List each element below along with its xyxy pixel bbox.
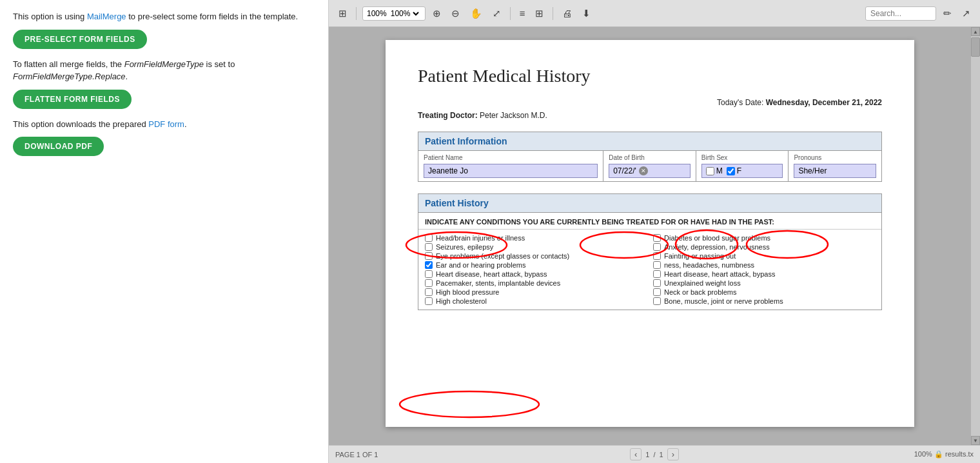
scroll-thumb[interactable] (971, 37, 980, 57)
condition-eye-checkbox[interactable] (425, 252, 433, 260)
sidebar-toggle-button[interactable]: ⊞ (335, 6, 350, 21)
patient-info-header: Patient Information (418, 132, 881, 151)
sex-f-checkbox[interactable] (727, 167, 735, 175)
condition-bone-label: Bone, muscle, joint or nerve problems (664, 297, 783, 305)
page-nav-bar: PAGE 1 OF 1 ‹ 1 / 1 › 100% 🔒 results.tx (329, 445, 980, 463)
conditions-left-col: Head/brain injuries or illness Seizures,… (425, 233, 647, 306)
condition-weight: Unexplained weight loss (653, 279, 875, 288)
right-scrollbar[interactable]: ▲ ▼ (971, 27, 980, 445)
condition-headaches: ness, headaches, numbness (653, 261, 875, 270)
left-panel: This option is using MailMerge to pre-se… (0, 0, 329, 463)
condition-cholesterol: High cholesterol (425, 297, 647, 306)
condition-head-brain-checkbox[interactable] (425, 234, 433, 242)
condition-bp-label: High blood pressure (436, 288, 499, 296)
birth-sex-cell: Birth Sex M F (696, 151, 789, 181)
treating-label: Treating Doctor: (418, 111, 478, 120)
condition-ear-label: Ear and or hearing problems (436, 261, 525, 269)
condition-pacemaker-checkbox[interactable] (425, 279, 433, 287)
pronouns-field[interactable]: She/Her (794, 164, 876, 178)
condition-fainting-checkbox[interactable] (653, 252, 661, 260)
patient-history-header: Patient History (418, 194, 881, 213)
share-button[interactable]: ↗ (959, 6, 974, 21)
zoom-control[interactable]: 100% 100% 75% 125% 150% (362, 6, 426, 21)
condition-neck: Neck or back problems (653, 288, 875, 297)
date-value: Wednesday, December 21, 2022 (766, 98, 882, 107)
form-field-replace-em: FormFieldMergeType.Replace (13, 72, 126, 81)
fullscreen-button[interactable]: ⤢ (489, 6, 504, 21)
pronouns-cell: Pronouns She/Her (789, 151, 881, 181)
pronouns-value: She/Her (798, 166, 827, 175)
zoom-out-button[interactable]: ⊖ (448, 6, 463, 21)
sex-m-checkbox[interactable] (706, 167, 714, 175)
dob-clear-button[interactable]: ✕ (639, 166, 648, 175)
hand-tool-button[interactable]: ✋ (467, 6, 485, 21)
zoom-select[interactable]: 100% 75% 125% 150% (388, 8, 421, 19)
toolbar: ⊞ 100% 100% 75% 125% 150% ⊕ ⊖ ✋ ⤢ ≡ ⊞ 🖨 … (329, 0, 980, 27)
search-input[interactable] (865, 6, 936, 21)
condition-heart-right: Heart disease, heart attack, bypass (653, 270, 875, 279)
condition-seizures-checkbox[interactable] (425, 243, 433, 251)
condition-anxiety-label: Anxiety, depression, nervousness (664, 243, 770, 251)
condition-fainting-label: Fainting or passing out (664, 252, 736, 260)
condition-eye-label: Eye problems (except glasses or contacts… (436, 252, 569, 260)
condition-fainting: Fainting or passing out (653, 251, 875, 261)
dob-field[interactable]: 07/22/' ✕ (609, 164, 691, 178)
condition-heart-right-label: Heart disease, heart attack, bypass (664, 270, 775, 278)
condition-diabetes: Diabetes or blood sugar problems (653, 233, 875, 242)
print-button[interactable]: 🖨 (559, 6, 575, 21)
condition-weight-checkbox[interactable] (653, 279, 661, 287)
annotate-button[interactable]: ✏ (940, 6, 955, 21)
zoom-in-button[interactable]: ⊕ (429, 6, 444, 21)
page-current: 1 (645, 451, 649, 458)
prev-page-button[interactable]: ‹ (630, 448, 642, 460)
form-field-merge-type-em: FormFieldMergeType (124, 59, 204, 69)
grid-view-button[interactable]: ⊞ (532, 6, 547, 21)
dob-label: Date of Birth (609, 154, 691, 161)
sex-f-label[interactable]: F (727, 166, 741, 175)
mailmerge-link[interactable]: MailMerge (87, 12, 126, 21)
scroll-up-button[interactable]: ▲ (971, 27, 980, 36)
condition-diabetes-checkbox[interactable] (653, 234, 661, 242)
pdf-link[interactable]: PDF form (148, 119, 184, 129)
sex-m-label[interactable]: M (706, 166, 723, 175)
scroll-down-button[interactable]: ▼ (971, 436, 980, 445)
next-page-button[interactable]: › (667, 448, 679, 460)
condition-headaches-checkbox[interactable] (653, 261, 661, 269)
condition-heart-left-checkbox[interactable] (425, 270, 433, 278)
flatten-desc: To flatten all merge fields, the FormFie… (13, 58, 315, 83)
condition-bone-checkbox[interactable] (653, 297, 661, 305)
download-desc: This option downloads the prepared PDF f… (13, 118, 315, 131)
condition-cholesterol-label: High cholesterol (436, 297, 487, 305)
patient-name-cell: Patient Name Jeanette Jo (418, 151, 603, 181)
text-tool-button[interactable]: ≡ (516, 6, 529, 21)
birth-sex-label: Birth Sex (701, 154, 783, 161)
birth-sex-field: M F (701, 164, 783, 178)
condition-ear-checkbox[interactable] (425, 261, 433, 269)
condition-bp-checkbox[interactable] (425, 288, 433, 296)
page-separator: / (653, 451, 655, 458)
patient-info-grid: Patient Name Jeanette Jo Date of Birth 0… (418, 151, 881, 181)
patient-name-field[interactable]: Jeanette Jo (424, 164, 598, 178)
condition-bp: High blood pressure (425, 288, 647, 297)
filename-status: results.tx (945, 450, 974, 458)
condition-pacemaker: Pacemaker, stents, implantable devices (425, 279, 647, 288)
nav-center: ‹ 1 / 1 › (630, 448, 679, 460)
flatten-button[interactable]: FLATTEN FORM FIELDS (13, 90, 132, 109)
treating-line: Treating Doctor: Peter Jackson M.D. (418, 111, 882, 120)
pdf-content[interactable]: Patient Medical History Today's Date: We… (329, 27, 980, 463)
preselect-button[interactable]: PRE-SELECT FORM FIELDS (13, 30, 147, 49)
patient-info-section: Patient Information Patient Name Jeanett… (418, 132, 882, 182)
svg-point-4 (400, 391, 539, 417)
condition-neck-label: Neck or back problems (664, 288, 737, 296)
history-instruction: INDICATE ANY CONDITIONS YOU ARE CURRENTL… (418, 213, 881, 230)
condition-heart-right-checkbox[interactable] (653, 270, 661, 278)
patient-name-value: Jeanette Jo (428, 166, 468, 175)
condition-neck-checkbox[interactable] (653, 288, 661, 296)
conditions-right-col: Diabetes or blood sugar problems Anxiety… (653, 233, 875, 306)
condition-anxiety-checkbox[interactable] (653, 243, 661, 251)
condition-anxiety: Anxiety, depression, nervousness (653, 242, 875, 251)
download-button[interactable]: DOWNLOAD PDF (13, 137, 104, 156)
download-toolbar-button[interactable]: ⬇ (579, 6, 594, 21)
toolbar-separator-2 (510, 7, 511, 20)
condition-cholesterol-checkbox[interactable] (425, 297, 433, 305)
